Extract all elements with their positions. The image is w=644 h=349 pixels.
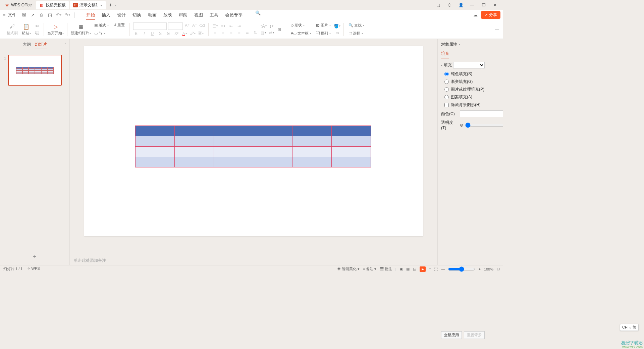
slideshow-button[interactable]: ▶ <box>420 266 426 272</box>
bullets-icon[interactable]: ☰▾ <box>212 23 218 29</box>
add-slide-button[interactable]: + <box>0 249 69 265</box>
superscript-icon[interactable]: X² <box>173 31 179 37</box>
decrease-font-icon[interactable]: A⁻ <box>192 22 198 29</box>
collapse-ribbon-icon[interactable]: — <box>495 27 499 32</box>
tab-review[interactable]: 审阅 <box>175 10 191 20</box>
view-normal-icon[interactable]: ▣ <box>399 267 403 271</box>
close-window-icon[interactable]: ✕ <box>491 1 499 9</box>
share-button[interactable]: ↗分享 <box>481 11 500 19</box>
columns-icon[interactable]: ▥▾ <box>260 30 266 36</box>
search-icon[interactable]: 🔍 <box>255 10 261 16</box>
tab-animation[interactable]: 动画 <box>145 10 160 20</box>
outline-tab[interactable]: 大纲 <box>23 42 31 49</box>
zoom-out-icon[interactable]: — <box>441 267 445 271</box>
fill-color-icon[interactable]: 🪣▾ <box>334 23 340 29</box>
cut-icon[interactable]: ✂ <box>34 23 40 29</box>
picture-button[interactable]: 🖼图片▾ <box>315 22 332 29</box>
fill-section-header[interactable]: ▾填充 <box>441 62 503 68</box>
notes-toggle[interactable]: ≡ 备注 ▾ <box>363 266 377 271</box>
fill-gradient-radio[interactable]: 渐变填充(G) <box>444 79 503 85</box>
tab-templates[interactable]: ◧ 找稻壳模板 <box>36 1 69 9</box>
new-slide-button[interactable]: ▦新建幻灯片▾ <box>71 21 91 38</box>
color-combo[interactable] <box>460 110 503 117</box>
close-tab-icon[interactable]: ● <box>100 3 102 7</box>
fill-picture-radio[interactable]: 图片或纹理填充(P) <box>444 87 503 92</box>
increase-indent-icon[interactable]: ⇥ <box>236 23 242 29</box>
notes-area[interactable]: 单击此处添加备注 <box>70 256 437 265</box>
hide-bg-checkbox[interactable]: 隐藏背景图形(H) <box>444 102 503 108</box>
slides-tab[interactable]: 幻灯片 <box>35 42 47 49</box>
line-spacing-icon[interactable]: ⇅ <box>252 30 258 36</box>
numbering-icon[interactable]: ≡▾ <box>220 23 226 29</box>
tab-wps-home[interactable]: W WPS Office <box>1 1 35 9</box>
bold-icon[interactable]: B <box>133 31 139 37</box>
undo-icon[interactable]: ↶▾ <box>56 12 62 18</box>
beautify-button[interactable]: ◈ 智能美化 ▾ <box>337 266 360 271</box>
shape-button[interactable]: ◇形状▾ <box>289 22 313 29</box>
tab-start[interactable]: 开始 <box>83 10 98 20</box>
textbox-button[interactable]: A▭文本框▾ <box>289 30 313 37</box>
tab-transition[interactable]: 切换 <box>129 10 145 20</box>
fill-pattern-radio[interactable]: 图案填充(A) <box>444 94 503 100</box>
tab-document[interactable]: P 演示文稿1 ● <box>70 1 106 9</box>
slide-table[interactable] <box>135 126 371 167</box>
window-mode-icon[interactable]: ▢ <box>434 1 442 9</box>
zoom-slider[interactable] <box>448 266 475 272</box>
clear-format-icon[interactable]: ⌫ <box>199 22 205 29</box>
text-effects-icon[interactable]: 变▾ <box>198 31 204 37</box>
print-icon[interactable]: ⎙ <box>38 12 44 18</box>
distribute-icon[interactable]: ≣ <box>244 30 250 36</box>
tab-tools[interactable]: 工具 <box>206 10 222 20</box>
export-icon[interactable]: ↗ <box>30 12 36 18</box>
strike-icon[interactable]: S <box>165 31 171 37</box>
view-sorter-icon[interactable]: ▦ <box>406 267 410 271</box>
comments-toggle[interactable]: ☰ 批注 <box>380 266 392 271</box>
copy-icon[interactable]: ⿻ <box>34 30 40 36</box>
slide-thumbnail[interactable] <box>8 55 62 86</box>
layout-button[interactable]: ▤版式▾ <box>93 22 110 29</box>
text-direction-icon[interactable]: ↕A▾ <box>260 23 266 29</box>
redo-icon[interactable]: ↷▾ <box>64 12 70 18</box>
smartart-icon[interactable]: ⊞ <box>276 27 282 33</box>
font-color-icon[interactable]: A▾ <box>181 31 187 37</box>
preview-icon[interactable]: ◲ <box>47 12 53 18</box>
fill-tab[interactable]: 填充 <box>441 51 449 58</box>
file-menu[interactable]: 文件 <box>8 12 16 18</box>
cloud-icon[interactable]: ☁ <box>472 12 478 18</box>
convert-icon[interactable]: ⇄▾ <box>268 30 274 36</box>
tab-menu-dropdown[interactable]: ▾ <box>115 4 116 7</box>
font-family-combo[interactable] <box>133 22 167 30</box>
fill-preset-combo[interactable] <box>453 62 485 68</box>
align-justify-icon[interactable]: ≡ <box>236 30 242 36</box>
vertical-align-icon[interactable]: ↨▾ <box>268 23 274 29</box>
outline-icon[interactable]: ▭ <box>334 30 340 36</box>
align-right-icon[interactable]: ≡ <box>228 30 234 36</box>
user-avatar-icon[interactable]: 👤 <box>457 1 465 9</box>
hamburger-icon[interactable]: ≡ <box>3 12 5 18</box>
find-button[interactable]: 🔍查找▾ <box>347 22 366 29</box>
minimize-icon[interactable]: — <box>468 1 476 9</box>
underline-icon[interactable]: U <box>149 31 155 37</box>
increase-font-icon[interactable]: A⁺ <box>184 22 190 29</box>
slide-canvas[interactable] <box>84 46 423 236</box>
font-size-combo[interactable] <box>168 22 183 30</box>
focus-icon[interactable]: ⛶ <box>434 267 438 271</box>
paste-button[interactable]: 📋粘贴▾ <box>20 21 32 38</box>
view-reading-icon[interactable]: ◲ <box>413 267 416 271</box>
align-left-icon[interactable]: ≡ <box>212 30 218 36</box>
start-current-button[interactable]: ▷当页开始▾ <box>47 21 64 38</box>
italic-icon[interactable]: I <box>141 31 147 37</box>
zoom-in-icon[interactable]: + <box>478 267 480 271</box>
format-painter-button[interactable]: 🖌格式刷 <box>6 21 18 38</box>
save-icon[interactable]: 🖫 <box>21 12 27 18</box>
collapse-panel-icon[interactable]: ‹ <box>65 42 66 45</box>
tab-view[interactable]: 视图 <box>191 10 206 20</box>
tab-member[interactable]: 会员专享 <box>222 10 246 20</box>
arrange-button[interactable]: ⿳排列▾ <box>315 30 332 37</box>
wps-copilot[interactable]: ✧ WPS <box>27 266 40 271</box>
fill-solid-radio[interactable]: 纯色填充(S) <box>444 71 503 77</box>
select-button[interactable]: ⬚选择▾ <box>347 30 366 37</box>
new-tab-button[interactable]: + <box>107 2 115 8</box>
decrease-indent-icon[interactable]: ⇤ <box>228 23 234 29</box>
opacity-slider[interactable] <box>465 122 503 128</box>
